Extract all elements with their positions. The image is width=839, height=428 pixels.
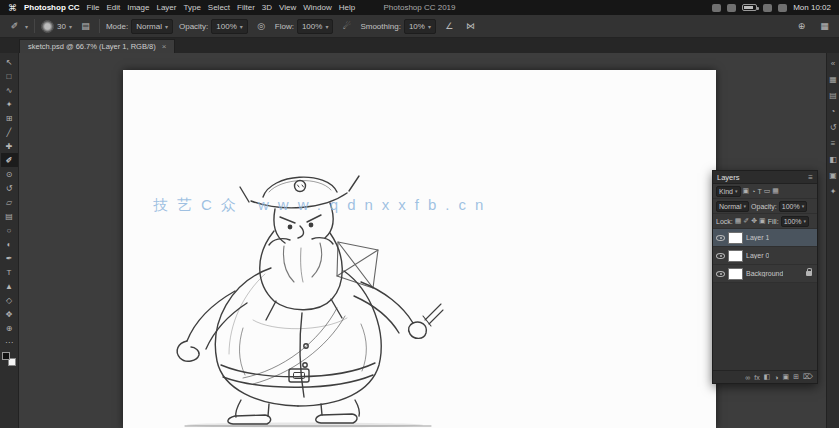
filter-type-icon[interactable]: T xyxy=(757,188,761,195)
menu-view[interactable]: View xyxy=(279,3,296,12)
menu-file[interactable]: File xyxy=(87,3,100,12)
layer-name[interactable]: Layer 1 xyxy=(746,234,769,241)
brush-settings-panel-icon[interactable]: ▤ xyxy=(78,19,93,34)
layer-group-icon[interactable]: ▣ xyxy=(783,373,790,381)
layer-thumbnail[interactable] xyxy=(728,268,743,280)
document-tab[interactable]: sketch.psd @ 66.7% (Layer 1, RGB/8) × xyxy=(19,39,175,53)
menu-clock[interactable]: Mon 10:02 xyxy=(793,3,831,12)
layer-name[interactable]: Layer 0 xyxy=(746,252,769,259)
airbrush-icon[interactable]: ☄ xyxy=(339,19,354,34)
link-layers-icon[interactable]: ∞ xyxy=(745,374,750,381)
tool-eraser[interactable]: ▱ xyxy=(1,195,18,209)
tool-hand[interactable]: ✥ xyxy=(1,307,18,321)
brushes-panel-icon[interactable]: ✦ xyxy=(828,187,839,196)
delete-layer-icon[interactable]: ⌦ xyxy=(803,373,813,381)
panel-menu-icon[interactable]: ≡ xyxy=(808,173,813,182)
swatches-panel-icon[interactable]: ▤ xyxy=(828,91,839,100)
wifi-icon[interactable] xyxy=(727,4,736,12)
tool-crop[interactable]: ⊞ xyxy=(1,111,18,125)
edit-toolbar-icon[interactable]: ⋯ xyxy=(1,335,18,349)
mode-select[interactable]: Normal ▾ xyxy=(131,19,173,34)
color-swatches[interactable] xyxy=(2,352,16,366)
color-panel-icon[interactable]: ▦ xyxy=(828,75,839,84)
visibility-eye-icon[interactable] xyxy=(716,271,725,277)
menu-edit[interactable]: Edit xyxy=(106,3,120,12)
smoothing-control[interactable]: Smoothing: 10% ▾ xyxy=(360,19,436,34)
history-panel-icon[interactable]: ↺ xyxy=(828,123,839,132)
menu-window[interactable]: Window xyxy=(303,3,331,12)
menu-filter[interactable]: Filter xyxy=(237,3,255,12)
search-icon[interactable]: ⊕ xyxy=(794,19,809,34)
close-icon[interactable]: × xyxy=(162,42,167,51)
fill-field[interactable]: 100% ▾ xyxy=(781,216,809,227)
filter-adjustment-icon[interactable]: ◔ xyxy=(751,188,755,195)
tool-type[interactable]: T xyxy=(1,265,18,279)
layer-row-layer-0[interactable]: Layer 0 xyxy=(713,247,817,265)
tool-gradient[interactable]: ▤ xyxy=(1,209,18,223)
tool-zoom[interactable]: ⊕ xyxy=(1,321,18,335)
pressure-opacity-icon[interactable]: ◎ xyxy=(254,19,269,34)
spotlight-icon[interactable] xyxy=(763,4,772,12)
layer-row-background[interactable]: Background xyxy=(713,265,817,283)
adjustments-panel-icon[interactable]: ◔ xyxy=(828,107,839,116)
paths-panel-icon[interactable]: ▣ xyxy=(828,171,839,180)
menu-layer[interactable]: Layer xyxy=(156,3,176,12)
battery-icon[interactable] xyxy=(742,4,757,11)
layer-name[interactable]: Background xyxy=(746,270,783,277)
apple-menu-icon[interactable]: ⌘ xyxy=(8,3,17,13)
foreground-color-swatch[interactable] xyxy=(2,352,10,360)
tool-blur[interactable]: ○ xyxy=(1,223,18,237)
menu-select[interactable]: Select xyxy=(208,3,230,12)
tool-quick-selection[interactable]: ✦ xyxy=(1,97,18,111)
app-menu-title[interactable]: Photoshop CC xyxy=(24,3,80,12)
notification-center-icon[interactable] xyxy=(778,4,787,12)
lock-transparent-icon[interactable]: ▦ xyxy=(735,217,742,225)
lock-pixels-icon[interactable]: ✐ xyxy=(743,217,749,225)
tool-preset-picker[interactable]: ✐ ▾ xyxy=(7,19,28,34)
adjustment-layer-icon[interactable]: ◑ xyxy=(774,374,778,381)
menu-type[interactable]: Type xyxy=(183,3,200,12)
smoothing-field[interactable]: 10% ▾ xyxy=(404,19,436,34)
tool-path-selection[interactable]: ▲ xyxy=(1,279,18,293)
layer-thumbnail[interactable] xyxy=(728,232,743,244)
bluetooth-icon[interactable] xyxy=(712,4,721,12)
tool-pen[interactable]: ✒ xyxy=(1,251,18,265)
tool-eyedropper[interactable]: ╱ xyxy=(1,125,18,139)
visibility-eye-icon[interactable] xyxy=(716,235,725,241)
layers-opacity-field[interactable]: 100% ▾ xyxy=(779,201,807,212)
menu-3d[interactable]: 3D xyxy=(262,3,272,12)
filter-shape-icon[interactable]: ▭ xyxy=(764,187,771,195)
tool-dodge[interactable]: ◐ xyxy=(1,237,18,251)
tool-move[interactable]: ↖ xyxy=(1,55,18,69)
new-layer-icon[interactable]: ⊞ xyxy=(793,373,799,381)
layer-effects-icon[interactable]: fx xyxy=(754,374,759,381)
brush-preset-picker[interactable]: 30 ▾ xyxy=(41,20,72,33)
filter-smart-object-icon[interactable]: ▦ xyxy=(772,187,779,195)
menu-help[interactable]: Help xyxy=(339,3,355,12)
layer-row-layer-1[interactable]: Layer 1 xyxy=(713,229,817,247)
tool-healing-brush[interactable]: ✚ xyxy=(1,139,18,153)
tool-lasso[interactable]: ∿ xyxy=(1,83,18,97)
flow-field[interactable]: 100% ▾ xyxy=(297,19,333,34)
blend-mode-select[interactable]: Normal ▾ xyxy=(716,201,749,212)
paint-symmetry-icon[interactable]: ⋈ xyxy=(463,19,478,34)
blend-mode-control[interactable]: Mode: Normal ▾ xyxy=(106,19,173,34)
lock-all-icon[interactable]: ▣ xyxy=(759,217,766,225)
brush-angle-icon[interactable]: ∠ xyxy=(442,19,457,34)
channels-panel-icon[interactable]: ◧ xyxy=(828,155,839,164)
expand-panels-icon[interactable]: « xyxy=(828,59,839,68)
workspace-switcher-icon[interactable]: ▦ xyxy=(817,19,832,34)
tool-history-brush[interactable]: ↺ xyxy=(1,181,18,195)
tool-clone-stamp[interactable]: ⊙ xyxy=(1,167,18,181)
layer-filter-select[interactable]: Kind ▾ xyxy=(716,186,741,197)
opacity-field[interactable]: 100% ▾ xyxy=(211,19,247,34)
properties-panel-icon[interactable]: ≡ xyxy=(828,139,839,148)
document-canvas[interactable]: 技艺C众 www.qdnxxfb.cn xyxy=(123,70,716,428)
filter-pixel-icon[interactable]: ▣ xyxy=(743,187,750,195)
opacity-control[interactable]: Opacity: 100% ▾ xyxy=(179,19,248,34)
layer-mask-icon[interactable]: ◧ xyxy=(764,373,771,381)
menu-image[interactable]: Image xyxy=(127,3,149,12)
tool-marquee[interactable]: □ xyxy=(1,69,18,83)
tool-shape[interactable]: ◇ xyxy=(1,293,18,307)
lock-position-icon[interactable]: ✥ xyxy=(751,217,757,225)
